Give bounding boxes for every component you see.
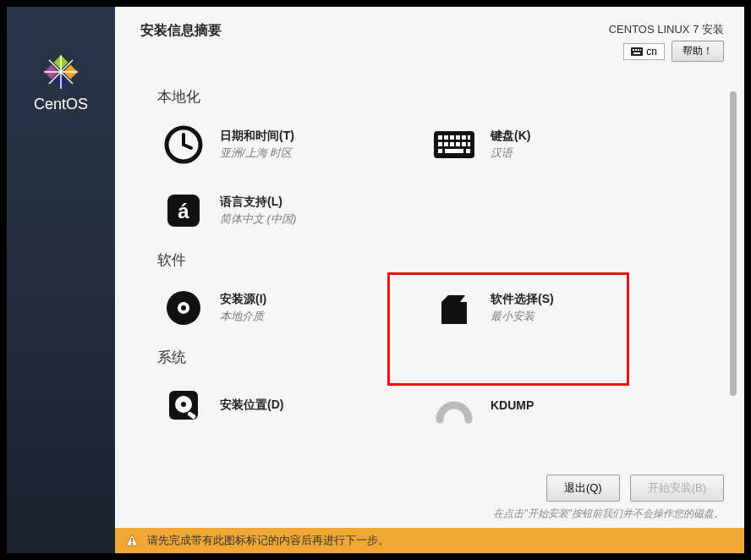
svg-rect-25 xyxy=(444,142,448,146)
section-localization-title: 本地化 xyxy=(157,87,719,107)
scrollbar-thumb[interactable] xyxy=(730,91,737,396)
harddisk-icon xyxy=(162,384,205,426)
svg-rect-30 xyxy=(438,149,442,153)
svg-rect-28 xyxy=(462,142,466,146)
disc-icon xyxy=(162,287,205,329)
svg-rect-11 xyxy=(638,49,639,51)
item-keyboard[interactable]: 键盘(K) 汉语 xyxy=(428,118,682,171)
item-title: 日期和时间(T) xyxy=(220,129,294,144)
svg-line-16 xyxy=(184,145,191,148)
svg-rect-24 xyxy=(438,142,442,146)
quit-button[interactable]: 退出(Q) xyxy=(546,475,620,502)
item-install-destination[interactable]: 安装位置(D) xyxy=(157,379,411,431)
svg-rect-8 xyxy=(631,47,643,56)
centos-logo-icon xyxy=(42,53,79,91)
header: 安装信息摘要 CENTOS LINUX 7 安装 cn 帮助！ xyxy=(115,7,744,69)
item-subtitle: 汉语 xyxy=(491,145,530,161)
sidebar: CentOS xyxy=(7,7,115,553)
begin-install-button[interactable]: 开始安装(B) xyxy=(630,475,724,502)
svg-rect-21 xyxy=(456,135,460,140)
svg-rect-31 xyxy=(445,149,463,153)
help-button[interactable]: 帮助！ xyxy=(672,41,724,62)
svg-rect-27 xyxy=(456,142,460,146)
item-title: 键盘(K) xyxy=(491,129,530,144)
svg-rect-9 xyxy=(633,49,634,51)
keyboard-small-icon xyxy=(631,47,643,56)
header-right: CENTOS LINUX 7 安装 cn 帮助！ xyxy=(609,22,724,62)
product-name: CENTOS LINUX 7 安装 xyxy=(609,22,724,37)
item-title: 语言支持(L) xyxy=(220,195,296,210)
svg-text:á: á xyxy=(178,200,189,222)
svg-point-40 xyxy=(181,402,186,407)
item-subtitle: 最小安装 xyxy=(491,309,554,324)
item-install-source[interactable]: 安装源(I) 本地介质 xyxy=(157,282,411,334)
svg-rect-29 xyxy=(468,142,470,146)
svg-rect-43 xyxy=(131,543,133,545)
svg-rect-32 xyxy=(466,149,470,153)
item-kdump[interactable]: KDUMP xyxy=(428,379,682,431)
svg-rect-19 xyxy=(444,135,448,140)
warning-text: 请先完成带有此图标标记的内容后再进行下一步。 xyxy=(147,533,389,548)
item-title: 安装源(I) xyxy=(220,292,266,307)
brand-name: CentOS xyxy=(34,96,88,113)
svg-rect-42 xyxy=(131,538,133,542)
item-language[interactable]: á 语言支持(L) 简体中文 (中国) xyxy=(157,184,411,237)
item-title: KDUMP xyxy=(491,398,534,412)
item-subtitle: 本地介质 xyxy=(220,309,266,324)
section-system-title: 系统 xyxy=(157,348,719,367)
svg-rect-26 xyxy=(450,142,454,146)
section-software-title: 软件 xyxy=(157,250,719,270)
brand-logo: CentOS xyxy=(34,53,88,113)
svg-rect-20 xyxy=(450,135,454,140)
item-software-selection[interactable]: 软件选择(S) 最小安装 xyxy=(428,282,682,334)
kdump-icon xyxy=(433,384,475,426)
content-area: 本地化 日期和时间(T) 亚洲/上海 时区 键盘(K) xyxy=(115,69,744,468)
warning-icon xyxy=(125,534,139,547)
page-title: 安装信息摘要 xyxy=(140,22,222,40)
svg-rect-23 xyxy=(468,135,470,140)
language-icon: á xyxy=(162,189,205,232)
svg-rect-10 xyxy=(635,49,637,51)
warning-bar: 请先完成带有此图标标记的内容后再进行下一步。 xyxy=(115,528,744,553)
svg-rect-22 xyxy=(462,135,466,140)
item-subtitle: 亚洲/上海 时区 xyxy=(220,145,294,161)
package-icon xyxy=(433,287,475,329)
footer: 退出(Q) 开始安装(B) 在点击"开始安装"按钮前我们并不会操作您的磁盘。 xyxy=(115,468,744,528)
item-subtitle: 简体中文 (中国) xyxy=(220,211,296,227)
svg-point-37 xyxy=(181,305,186,310)
svg-rect-18 xyxy=(438,135,442,140)
svg-rect-12 xyxy=(640,49,641,51)
main-panel: 安装信息摘要 CENTOS LINUX 7 安装 cn 帮助！ xyxy=(115,7,744,553)
keyboard-layout-indicator[interactable]: cn xyxy=(623,43,665,60)
item-title: 软件选择(S) xyxy=(491,292,554,307)
installer-window: CentOS 安装信息摘要 CENTOS LINUX 7 安装 cn xyxy=(7,7,744,553)
lang-code: cn xyxy=(646,46,657,58)
svg-rect-13 xyxy=(633,52,640,54)
scrollbar[interactable] xyxy=(729,91,737,430)
item-title: 安装位置(D) xyxy=(220,398,283,413)
footer-note: 在点击"开始安装"按钮前我们并不会操作您的磁盘。 xyxy=(135,507,724,521)
keyboard-icon xyxy=(433,124,475,166)
item-datetime[interactable]: 日期和时间(T) 亚洲/上海 时区 xyxy=(157,118,411,171)
clock-icon xyxy=(162,124,205,166)
